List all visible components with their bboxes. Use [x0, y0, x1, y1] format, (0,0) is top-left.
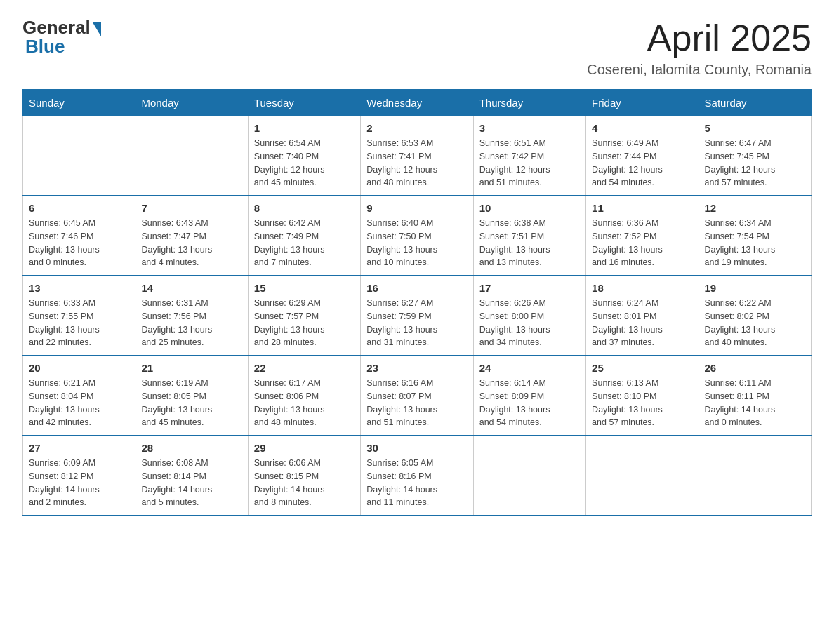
calendar-week-row: 6Sunrise: 6:45 AM Sunset: 7:46 PM Daylig… — [23, 196, 812, 276]
day-info: Sunrise: 6:33 AM Sunset: 7:55 PM Dayligh… — [29, 297, 129, 349]
day-info: Sunrise: 6:40 AM Sunset: 7:50 PM Dayligh… — [366, 217, 467, 269]
day-number: 6 — [29, 202, 129, 214]
calendar-cell: 17Sunrise: 6:26 AM Sunset: 8:00 PM Dayli… — [473, 276, 585, 356]
day-info: Sunrise: 6:11 AM Sunset: 8:11 PM Dayligh… — [705, 377, 805, 429]
calendar-cell — [586, 436, 699, 516]
day-info: Sunrise: 6:45 AM Sunset: 7:46 PM Dayligh… — [29, 217, 129, 269]
calendar-cell — [23, 116, 135, 196]
calendar-cell: 28Sunrise: 6:08 AM Sunset: 8:14 PM Dayli… — [135, 436, 248, 516]
day-info: Sunrise: 6:17 AM Sunset: 8:06 PM Dayligh… — [254, 377, 355, 429]
day-info: Sunrise: 6:08 AM Sunset: 8:14 PM Dayligh… — [141, 457, 241, 509]
day-number: 9 — [366, 202, 467, 214]
day-info: Sunrise: 6:31 AM Sunset: 7:56 PM Dayligh… — [141, 297, 241, 349]
day-number: 26 — [705, 362, 805, 374]
calendar-cell: 3Sunrise: 6:51 AM Sunset: 7:42 PM Daylig… — [473, 116, 585, 196]
day-info: Sunrise: 6:51 AM Sunset: 7:42 PM Dayligh… — [479, 137, 580, 189]
day-number: 13 — [29, 282, 129, 294]
header-thursday: Thursday — [473, 90, 585, 116]
logo-triangle-icon — [93, 22, 101, 36]
calendar-cell: 25Sunrise: 6:13 AM Sunset: 8:10 PM Dayli… — [586, 356, 699, 436]
header-sunday: Sunday — [23, 90, 135, 116]
header-friday: Friday — [586, 90, 699, 116]
page-header: General Blue April 2025 Cosereni, Ialomi… — [22, 17, 812, 78]
day-number: 30 — [366, 442, 467, 454]
day-info: Sunrise: 6:05 AM Sunset: 8:16 PM Dayligh… — [366, 457, 467, 509]
header-saturday: Saturday — [699, 90, 811, 116]
calendar-cell: 13Sunrise: 6:33 AM Sunset: 7:55 PM Dayli… — [23, 276, 135, 356]
calendar-cell: 15Sunrise: 6:29 AM Sunset: 7:57 PM Dayli… — [248, 276, 360, 356]
day-number: 25 — [592, 362, 692, 374]
header-tuesday: Tuesday — [248, 90, 360, 116]
day-number: 8 — [254, 202, 355, 214]
calendar-cell: 8Sunrise: 6:42 AM Sunset: 7:49 PM Daylig… — [248, 196, 360, 276]
calendar-cell: 30Sunrise: 6:05 AM Sunset: 8:16 PM Dayli… — [361, 436, 473, 516]
day-number: 2 — [366, 122, 467, 134]
calendar-cell: 6Sunrise: 6:45 AM Sunset: 7:46 PM Daylig… — [23, 196, 135, 276]
day-number: 10 — [479, 202, 580, 214]
calendar-cell: 21Sunrise: 6:19 AM Sunset: 8:05 PM Dayli… — [135, 356, 248, 436]
day-info: Sunrise: 6:43 AM Sunset: 7:47 PM Dayligh… — [141, 217, 241, 269]
calendar-cell: 10Sunrise: 6:38 AM Sunset: 7:51 PM Dayli… — [473, 196, 585, 276]
day-number: 16 — [366, 282, 467, 294]
day-number: 27 — [29, 442, 129, 454]
day-info: Sunrise: 6:27 AM Sunset: 7:59 PM Dayligh… — [366, 297, 467, 349]
day-info: Sunrise: 6:14 AM Sunset: 8:09 PM Dayligh… — [479, 377, 580, 429]
calendar-cell: 22Sunrise: 6:17 AM Sunset: 8:06 PM Dayli… — [248, 356, 360, 436]
title-block: April 2025 Cosereni, Ialomita County, Ro… — [587, 17, 812, 78]
day-info: Sunrise: 6:49 AM Sunset: 7:44 PM Dayligh… — [592, 137, 692, 189]
day-info: Sunrise: 6:26 AM Sunset: 8:00 PM Dayligh… — [479, 297, 580, 349]
day-number: 19 — [705, 282, 805, 294]
day-number: 22 — [254, 362, 355, 374]
day-info: Sunrise: 6:29 AM Sunset: 7:57 PM Dayligh… — [254, 297, 355, 349]
calendar-cell: 27Sunrise: 6:09 AM Sunset: 8:12 PM Dayli… — [23, 436, 135, 516]
day-number: 28 — [141, 442, 241, 454]
day-info: Sunrise: 6:19 AM Sunset: 8:05 PM Dayligh… — [141, 377, 241, 429]
calendar-cell: 19Sunrise: 6:22 AM Sunset: 8:02 PM Dayli… — [699, 276, 811, 356]
calendar-cell: 1Sunrise: 6:54 AM Sunset: 7:40 PM Daylig… — [248, 116, 360, 196]
day-number: 29 — [254, 442, 355, 454]
day-info: Sunrise: 6:53 AM Sunset: 7:41 PM Dayligh… — [366, 137, 467, 189]
day-info: Sunrise: 6:22 AM Sunset: 8:02 PM Dayligh… — [705, 297, 805, 349]
day-info: Sunrise: 6:38 AM Sunset: 7:51 PM Dayligh… — [479, 217, 580, 269]
calendar-table: SundayMondayTuesdayWednesdayThursdayFrid… — [22, 89, 812, 516]
calendar-week-row: 1Sunrise: 6:54 AM Sunset: 7:40 PM Daylig… — [23, 116, 812, 196]
day-number: 11 — [592, 202, 692, 214]
day-info: Sunrise: 6:16 AM Sunset: 8:07 PM Dayligh… — [366, 377, 467, 429]
calendar-cell: 7Sunrise: 6:43 AM Sunset: 7:47 PM Daylig… — [135, 196, 248, 276]
calendar-cell — [135, 116, 248, 196]
calendar-header-row: SundayMondayTuesdayWednesdayThursdayFrid… — [23, 90, 812, 116]
day-number: 20 — [29, 362, 129, 374]
day-number: 23 — [366, 362, 467, 374]
header-wednesday: Wednesday — [361, 90, 473, 116]
day-number: 4 — [592, 122, 692, 134]
day-info: Sunrise: 6:54 AM Sunset: 7:40 PM Dayligh… — [254, 137, 355, 189]
calendar-cell: 24Sunrise: 6:14 AM Sunset: 8:09 PM Dayli… — [473, 356, 585, 436]
day-number: 1 — [254, 122, 355, 134]
day-number: 21 — [141, 362, 241, 374]
logo-blue-text: Blue — [22, 36, 65, 58]
calendar-cell: 11Sunrise: 6:36 AM Sunset: 7:52 PM Dayli… — [586, 196, 699, 276]
day-number: 3 — [479, 122, 580, 134]
day-info: Sunrise: 6:36 AM Sunset: 7:52 PM Dayligh… — [592, 217, 692, 269]
location-title: Cosereni, Ialomita County, Romania — [587, 62, 812, 78]
calendar-cell: 9Sunrise: 6:40 AM Sunset: 7:50 PM Daylig… — [361, 196, 473, 276]
calendar-cell: 29Sunrise: 6:06 AM Sunset: 8:15 PM Dayli… — [248, 436, 360, 516]
day-info: Sunrise: 6:09 AM Sunset: 8:12 PM Dayligh… — [29, 457, 129, 509]
calendar-cell: 14Sunrise: 6:31 AM Sunset: 7:56 PM Dayli… — [135, 276, 248, 356]
header-monday: Monday — [135, 90, 248, 116]
day-number: 5 — [705, 122, 805, 134]
day-number: 24 — [479, 362, 580, 374]
day-info: Sunrise: 6:42 AM Sunset: 7:49 PM Dayligh… — [254, 217, 355, 269]
day-info: Sunrise: 6:34 AM Sunset: 7:54 PM Dayligh… — [705, 217, 805, 269]
day-info: Sunrise: 6:13 AM Sunset: 8:10 PM Dayligh… — [592, 377, 692, 429]
calendar-cell: 16Sunrise: 6:27 AM Sunset: 7:59 PM Dayli… — [361, 276, 473, 356]
calendar-week-row: 27Sunrise: 6:09 AM Sunset: 8:12 PM Dayli… — [23, 436, 812, 516]
day-info: Sunrise: 6:21 AM Sunset: 8:04 PM Dayligh… — [29, 377, 129, 429]
calendar-cell: 5Sunrise: 6:47 AM Sunset: 7:45 PM Daylig… — [699, 116, 811, 196]
calendar-cell: 12Sunrise: 6:34 AM Sunset: 7:54 PM Dayli… — [699, 196, 811, 276]
calendar-cell — [699, 436, 811, 516]
day-number: 17 — [479, 282, 580, 294]
calendar-cell — [473, 436, 585, 516]
day-number: 18 — [592, 282, 692, 294]
month-title: April 2025 — [587, 17, 812, 59]
